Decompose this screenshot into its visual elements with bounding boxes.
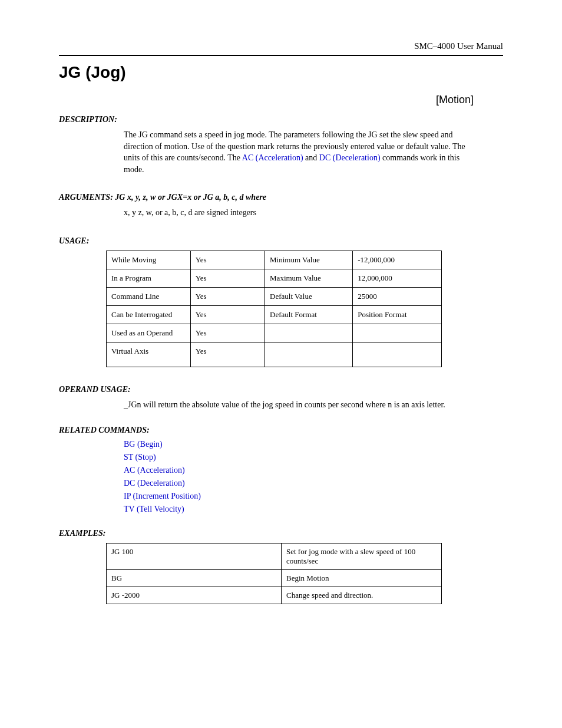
usage-cell: Yes <box>190 305 265 324</box>
usage-cell: Maximum Value <box>265 269 353 287</box>
examples-label: EXAMPLES: <box>59 529 503 538</box>
table-row: JG -2000 Change speed and direction. <box>107 587 442 604</box>
header-rule <box>59 55 503 56</box>
ac-link[interactable]: AC (Acceleration) <box>242 153 303 162</box>
related-link[interactable]: AC (Acceleration) <box>124 466 503 475</box>
usage-cell: Yes <box>190 269 265 287</box>
table-row: JG 100 Set for jog mode with a slew spee… <box>107 543 442 569</box>
usage-cell <box>353 324 442 342</box>
table-row: Virtual Axis Yes <box>107 342 442 367</box>
usage-cell: 25000 <box>353 287 442 305</box>
related-link[interactable]: BG (Begin) <box>124 440 503 449</box>
command-category: [Motion] <box>59 94 474 106</box>
table-row: Command Line Yes Default Value 25000 <box>107 287 442 305</box>
usage-cell: Default Value <box>265 287 353 305</box>
example-desc: Set for jog mode with a slew speed of 10… <box>282 543 442 569</box>
operand-body: _JGn will return the absolute value of t… <box>124 399 477 411</box>
arguments-body: x, y z, w, or a, b, c, d are signed inte… <box>124 207 477 219</box>
usage-cell: Can be Interrogated <box>107 305 191 324</box>
operand-label: OPERAND USAGE: <box>59 385 503 394</box>
manual-header: SMC–4000 User Manual <box>59 41 503 51</box>
usage-cell: 12,000,000 <box>353 269 442 287</box>
usage-cell: Virtual Axis <box>107 342 191 367</box>
usage-cell: Default Format <box>265 305 353 324</box>
usage-cell: Yes <box>190 251 265 269</box>
arguments-label: ARGUMENTS: JG x, y, z, w or JGX=x or JG … <box>59 193 503 202</box>
usage-table: While Moving Yes Minimum Value -12,000,0… <box>106 251 442 367</box>
usage-cell <box>265 324 353 342</box>
example-cmd: JG 100 <box>107 543 282 569</box>
examples-table: JG 100 Set for jog mode with a slew spee… <box>106 543 442 604</box>
related-link[interactable]: ST (Stop) <box>124 453 503 462</box>
command-title: JG (Jog) <box>59 63 503 82</box>
usage-cell: Yes <box>190 342 265 367</box>
usage-cell: Yes <box>190 324 265 342</box>
table-row: While Moving Yes Minimum Value -12,000,0… <box>107 251 442 269</box>
dc-link[interactable]: DC (Deceleration) <box>319 153 381 162</box>
usage-cell <box>265 342 353 367</box>
related-link[interactable]: IP (Increment Position) <box>124 492 503 501</box>
desc-mid: and <box>303 153 319 162</box>
table-row: Can be Interrogated Yes Default Format P… <box>107 305 442 324</box>
usage-cell <box>353 342 442 367</box>
usage-cell: -12,000,000 <box>353 251 442 269</box>
example-cmd: JG -2000 <box>107 587 282 604</box>
description-label: DESCRIPTION: <box>59 115 503 124</box>
usage-cell: Yes <box>190 287 265 305</box>
usage-cell: Command Line <box>107 287 191 305</box>
related-label: RELATED COMMANDS: <box>59 426 503 435</box>
usage-cell: While Moving <box>107 251 191 269</box>
related-link[interactable]: TV (Tell Velocity) <box>124 505 503 514</box>
example-desc: Begin Motion <box>282 569 442 587</box>
table-row: BG Begin Motion <box>107 569 442 587</box>
usage-cell: Used as an Operand <box>107 324 191 342</box>
table-row: In a Program Yes Maximum Value 12,000,00… <box>107 269 442 287</box>
usage-label: USAGE: <box>59 236 503 246</box>
description-body: The JG command sets a speed in jog mode.… <box>124 129 477 175</box>
related-link[interactable]: DC (Deceleration) <box>124 479 503 488</box>
usage-cell: Minimum Value <box>265 251 353 269</box>
example-cmd: BG <box>107 569 282 587</box>
table-row: Used as an Operand Yes <box>107 324 442 342</box>
related-commands-list: BG (Begin) ST (Stop) AC (Acceleration) D… <box>124 440 503 514</box>
example-desc: Change speed and direction. <box>282 587 442 604</box>
usage-cell: In a Program <box>107 269 191 287</box>
usage-cell: Position Format <box>353 305 442 324</box>
